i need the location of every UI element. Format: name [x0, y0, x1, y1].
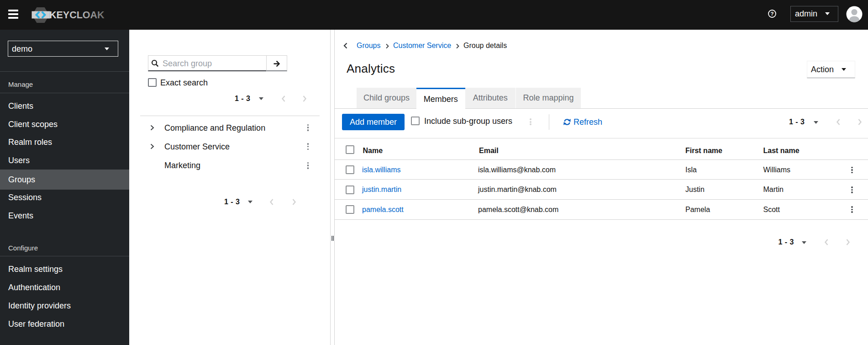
svg-text:KEYCLOAK: KEYCLOAK	[49, 10, 105, 21]
svg-text:?: ?	[770, 11, 773, 16]
